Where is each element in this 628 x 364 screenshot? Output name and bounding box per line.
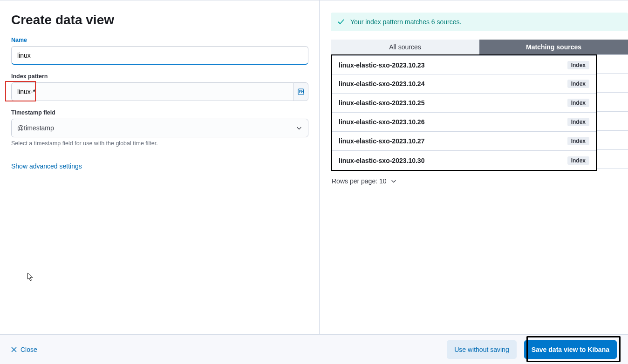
close-button[interactable]: Close: [11, 346, 37, 353]
index-name: linux-elastic-sxo-2023.10.23: [339, 61, 424, 69]
index-name: linux-elastic-sxo-2023.10.24: [339, 80, 424, 88]
index-badge: Index: [567, 118, 589, 126]
index-row[interactable]: linux-elastic-sxo-2023.10.27Index: [332, 132, 596, 151]
left-pane: Create data view Name Index pattern: [0, 0, 320, 334]
index-badge: Index: [567, 156, 589, 165]
index-pattern-label: Index pattern: [11, 73, 308, 80]
footer: Close Use without saving Save data view …: [0, 334, 628, 364]
advanced-settings-link[interactable]: Show advanced settings: [11, 162, 82, 170]
timestamp-select[interactable]: @timestamp: [11, 119, 308, 137]
rows-per-page[interactable]: Rows per page: 10: [332, 177, 628, 185]
svg-rect-0: [298, 89, 304, 94]
close-icon: [11, 347, 17, 352]
name-field-group: Name: [11, 37, 308, 65]
index-badge: Index: [567, 61, 589, 69]
tab-all-sources[interactable]: All sources: [331, 40, 479, 54]
match-callout: Your index pattern matches 6 sources.: [331, 13, 628, 31]
source-tabs: All sources Matching sources: [331, 40, 628, 54]
cursor-icon: [27, 272, 34, 282]
index-row[interactable]: linux-elastic-sxo-2023.10.23Index: [332, 55, 596, 74]
index-row[interactable]: linux-elastic-sxo-2023.10.30Index: [332, 151, 596, 170]
timestamp-help: Select a timestamp field for use with th…: [11, 140, 308, 147]
index-pattern-lang-button[interactable]: [294, 82, 308, 101]
index-pattern-group: Index pattern: [11, 73, 308, 101]
index-list-box: linux-elastic-sxo-2023.10.23Indexlinux-e…: [331, 54, 597, 171]
close-label: Close: [20, 346, 37, 353]
right-pane: Your index pattern matches 6 sources. Al…: [320, 0, 628, 334]
index-name: linux-elastic-sxo-2023.10.30: [339, 157, 424, 164]
index-row[interactable]: linux-elastic-sxo-2023.10.26Index: [332, 113, 596, 132]
index-row[interactable]: linux-elastic-sxo-2023.10.24Index: [332, 74, 596, 94]
language-icon: [297, 88, 305, 95]
name-label: Name: [11, 37, 308, 43]
index-pattern-input[interactable]: [17, 88, 288, 95]
index-name: linux-elastic-sxo-2023.10.25: [339, 99, 424, 107]
save-data-view-button[interactable]: Save data view to Kibana: [524, 340, 617, 359]
index-badge: Index: [567, 99, 589, 107]
rows-per-page-label: Rows per page: 10: [332, 177, 387, 185]
page-title: Create data view: [11, 13, 308, 27]
callout-text: Your index pattern matches 6 sources.: [350, 18, 461, 26]
index-name: linux-elastic-sxo-2023.10.26: [339, 118, 424, 126]
timestamp-group: Timestamp field @timestamp Select a time…: [11, 109, 308, 147]
index-row[interactable]: linux-elastic-sxo-2023.10.25Index: [332, 94, 596, 113]
index-list-area: linux-elastic-sxo-2023.10.23Indexlinux-e…: [331, 54, 628, 171]
chevron-down-icon: [390, 178, 397, 184]
timestamp-label: Timestamp field: [11, 109, 308, 116]
use-without-saving-button[interactable]: Use without saving: [447, 340, 517, 359]
chevron-down-icon: [296, 125, 302, 131]
name-input[interactable]: [17, 52, 302, 59]
check-icon: [337, 18, 345, 26]
timestamp-value: @timestamp: [17, 124, 54, 132]
index-pattern-input-wrap[interactable]: [11, 82, 294, 101]
name-input-wrap[interactable]: [11, 46, 308, 65]
tab-matching-sources[interactable]: Matching sources: [479, 40, 628, 54]
index-badge: Index: [567, 137, 589, 145]
index-badge: Index: [567, 80, 589, 88]
index-name: linux-elastic-sxo-2023.10.27: [339, 137, 424, 145]
